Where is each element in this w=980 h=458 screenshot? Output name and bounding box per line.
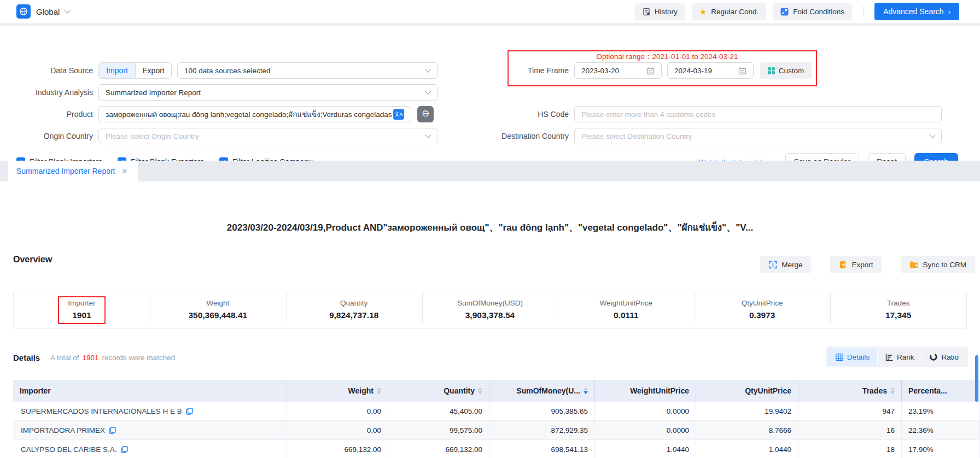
exclude-words-button[interactable]: ⊖ xyxy=(417,106,434,122)
product-input[interactable]: замороженный овощ;rau đông lạnh;vegetal … xyxy=(98,106,411,122)
copy-icon[interactable] xyxy=(109,427,116,434)
advanced-search-label: Advanced Search xyxy=(883,7,944,16)
origin-country-select[interactable]: Please select Origin Country xyxy=(98,128,438,144)
chevron-down-icon xyxy=(425,88,431,94)
stat-importer: Importer 1901 xyxy=(14,296,150,324)
topbar-actions: History ★ Regular Cond. Fold Conditions … xyxy=(635,3,959,20)
sum-of-money-cell: 905,385.65 xyxy=(489,402,595,421)
start-date-value: 2023-03-20 xyxy=(581,67,619,75)
view-rank-label: Rank xyxy=(897,353,914,361)
tab-summarized-importer-report[interactable]: Summarized Importer Report ✕ xyxy=(8,161,138,181)
region-label: Global xyxy=(36,7,60,16)
region-selector[interactable]: Global xyxy=(16,4,69,19)
importer-cell[interactable]: SUPERMERCADOS INTERNACIONALES H E B xyxy=(13,402,287,421)
industry-analysis-value: Summarized Importer Report xyxy=(106,89,201,97)
column-header-sum-of-money[interactable]: SumOfMoney(U... xyxy=(489,380,595,402)
stat-trades: Trades 17,345 xyxy=(830,296,966,324)
view-rank[interactable]: Rank xyxy=(877,348,922,366)
overview-actions: Merge Export Sync to CRM xyxy=(760,256,975,273)
overview-stats: Importer 1901 Weight 350,369,448.41 Quan… xyxy=(13,291,967,329)
end-date-input[interactable]: 2024-03-19 xyxy=(667,62,754,79)
industry-analysis-select[interactable]: Summarized Importer Report xyxy=(98,84,438,101)
column-header-percentage: Percenta... xyxy=(902,380,980,402)
origin-country-placeholder: Please select Origin Country xyxy=(106,132,199,140)
sync-to-crm-button[interactable]: Sync to CRM xyxy=(901,256,975,273)
column-header-quantity[interactable]: Quantity xyxy=(388,380,489,402)
translate-icon[interactable]: 文A xyxy=(393,109,404,120)
history-label: History xyxy=(655,8,678,16)
view-details-label: Details xyxy=(847,353,870,361)
crm-folder-icon xyxy=(909,261,918,268)
optional-range-annotation: Optional range：2021-01-01 to 2024-03-21 xyxy=(574,52,760,62)
report-content: 2023/03/20-2024/03/19,Product AND"заморо… xyxy=(0,181,980,458)
start-date-input[interactable]: 2023-03-20 xyxy=(574,62,662,79)
regular-cond-button[interactable]: ★ Regular Cond. xyxy=(692,3,767,20)
column-header-trades[interactable]: Trades xyxy=(798,380,902,402)
industry-analysis-label: Industry Analysis xyxy=(11,84,93,101)
close-icon[interactable]: ✕ xyxy=(122,167,128,175)
chevron-right-icon: › xyxy=(948,8,950,16)
column-header-qty-unit-price: QtyUnitPrice xyxy=(696,380,798,402)
importer-cell[interactable]: CALYPSO DEL CARIBE S.A. xyxy=(13,440,287,458)
match-count: 1901 xyxy=(79,354,102,362)
product-label: Product xyxy=(11,106,93,122)
custom-icon xyxy=(768,67,775,74)
custom-range-button[interactable]: Custom xyxy=(760,62,812,79)
percentage-cell: 23.19% xyxy=(902,402,980,421)
overview-heading: Overview xyxy=(13,255,52,265)
data-source-toggle: Import Export xyxy=(98,62,172,79)
sum-of-money-cell: 698,541.13 xyxy=(489,440,595,458)
trades-cell: 18 xyxy=(798,440,902,458)
merge-icon xyxy=(769,261,777,269)
chevron-down-icon xyxy=(425,132,431,138)
export-icon xyxy=(839,261,847,269)
percentage-cell: 22.36% xyxy=(902,421,980,440)
quantity-cell: 45,405.00 xyxy=(388,402,489,421)
percentage-cell: 17.90% xyxy=(902,440,980,458)
qty-unit-price-cell: 19.9402 xyxy=(696,402,798,421)
data-sources-value: 100 data sources selected xyxy=(184,67,271,75)
sort-icon[interactable] xyxy=(890,387,895,394)
copy-icon[interactable] xyxy=(186,408,193,415)
merge-button[interactable]: Merge xyxy=(760,256,811,273)
data-sources-select[interactable]: 100 data sources selected xyxy=(177,62,438,79)
end-date-value: 2024-03-19 xyxy=(674,67,712,75)
hs-code-input[interactable]: Please enter more than 4 customs codes xyxy=(574,106,942,122)
view-ratio[interactable]: Ratio xyxy=(921,348,966,366)
chevron-down-icon xyxy=(65,7,71,13)
sum-of-money-cell: 872,929.35 xyxy=(489,421,595,440)
fold-conditions-button[interactable]: Fold Conditions xyxy=(773,3,852,20)
column-header-weight-unit-price: WeightUnitPrice xyxy=(595,380,696,402)
history-button[interactable]: History xyxy=(635,3,685,20)
advanced-search-button[interactable]: Advanced Search › xyxy=(874,3,959,20)
product-value: замороженный овощ;rau đông lạnh;vegetal … xyxy=(106,108,392,120)
quantity-cell: 99,575.00 xyxy=(388,421,489,440)
topbar: Global History ★ Regular Cond. Fold Cond… xyxy=(0,0,980,23)
fold-conditions-label: Fold Conditions xyxy=(793,8,844,16)
sort-icon-active-desc[interactable] xyxy=(584,387,588,394)
importer-cell[interactable]: IMPORTADORA PRIMEX xyxy=(13,421,287,440)
sync-to-crm-label: Sync to CRM xyxy=(923,261,966,269)
export-toggle[interactable]: Export xyxy=(135,63,171,78)
weight-unit-price-cell: 1.0440 xyxy=(595,440,696,458)
weight-cell: 0.00 xyxy=(287,421,388,440)
column-header-weight[interactable]: Weight xyxy=(287,380,388,402)
report-title: 2023/03/20-2024/03/19,Product AND"заморо… xyxy=(0,220,980,234)
hs-code-placeholder: Please enter more than 4 customs codes xyxy=(581,110,715,119)
ratio-icon xyxy=(930,353,937,361)
weight-cell: 669,132.00 xyxy=(287,440,388,458)
sort-icon[interactable] xyxy=(377,387,381,394)
copy-icon[interactable] xyxy=(121,446,128,453)
view-details[interactable]: Details xyxy=(828,348,877,366)
history-icon xyxy=(643,8,650,16)
stat-weight: Weight 350,369,448.41 xyxy=(150,296,286,324)
table-scrollbar[interactable] xyxy=(975,355,978,402)
destination-country-label: Destination Country xyxy=(470,128,569,144)
export-button[interactable]: Export xyxy=(830,256,882,273)
tab-bar: Summarized Importer Report ✕ xyxy=(0,161,980,181)
destination-country-select[interactable]: Please select Destination Country xyxy=(574,128,942,144)
import-toggle[interactable]: Import xyxy=(99,63,135,78)
hs-code-label: HS Code xyxy=(492,106,569,122)
sort-icon[interactable] xyxy=(478,387,482,394)
annotation-box-importer: Importer 1901 xyxy=(58,296,105,324)
